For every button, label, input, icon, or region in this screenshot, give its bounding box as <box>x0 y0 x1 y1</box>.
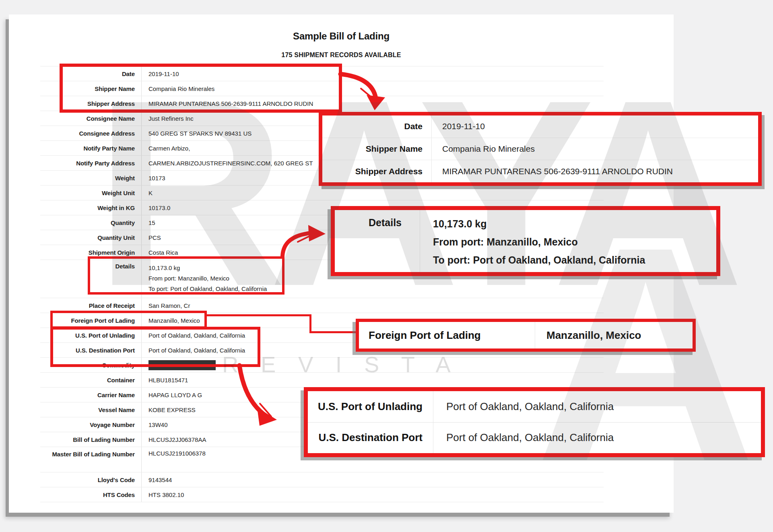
row-label: Quantity Unit <box>40 230 142 245</box>
callout-details-line: From port: Manzanillo, Mexico <box>433 233 716 251</box>
row-label: Bill of Lading Number <box>40 432 142 447</box>
callout-us-ports: U.S. Port of UnladingPort of Oakland, Oa… <box>304 387 765 457</box>
highlight-box-shipper <box>60 64 342 113</box>
row-label: Consignee Address <box>40 126 142 140</box>
screenshot-root: Sample Bill of Lading 175 SHIPMENT RECOR… <box>0 0 773 532</box>
row-label: Weight Unit <box>40 186 142 200</box>
row-value: San Ramon, Cr <box>142 302 604 309</box>
callout-row-label: U.S. Destination Port <box>308 423 433 454</box>
row-label: Quantity <box>40 215 142 230</box>
callout-row: U.S. Destination PortPort of Oakland, Oa… <box>308 422 761 454</box>
row-label: Container <box>40 373 142 387</box>
row-label: Carrier Name <box>40 388 142 402</box>
connector-line <box>309 331 357 333</box>
row-label: Weight <box>40 171 142 185</box>
page-title: Sample Bill of Lading <box>9 31 674 42</box>
callout-row: Shipper AddressMIRAMAR PUNTARENAS 506-26… <box>322 160 758 182</box>
callout-details-line: To port: Port of Oakland, Oakland, Calif… <box>433 251 716 269</box>
callout-row-label: U.S. Port of Unlading <box>308 391 433 422</box>
row-label: Notify Party Address <box>40 156 142 170</box>
callout-row-label: Date <box>322 115 432 138</box>
table-row: Weight UnitK <box>40 185 604 200</box>
connector-line <box>204 314 311 316</box>
page-subtitle: 175 SHIPMENT RECORDS AVAILABLE <box>9 52 674 59</box>
table-row: HTS CodesHTS 3802.10 <box>40 487 604 502</box>
highlight-box-foreign-port <box>50 311 207 329</box>
row-label: Consignee Name <box>40 111 142 126</box>
callout-row: Shipper NameCompania Rio Minerales <box>322 138 758 160</box>
row-label: HTS Codes <box>40 487 142 502</box>
row-label: Vessel Name <box>40 402 142 417</box>
callout-row: U.S. Port of UnladingPort of Oakland, Oa… <box>308 391 761 422</box>
table-row: Lloyd's Code9143544 <box>40 472 604 487</box>
row-value: 9143544 <box>142 476 604 483</box>
callout-details-label: Details <box>335 210 420 272</box>
callout-foreign-port-value: Manzanillo, Mexico <box>535 329 693 342</box>
callout-details-value: 10,173.0 kgFrom port: Manzanillo, Mexico… <box>420 210 716 272</box>
table-row: ContainerHLBU1815471 <box>40 372 604 387</box>
callout-foreign-port: Foreign Port of Lading Manzanillo, Mexic… <box>356 319 696 352</box>
row-label: Weight in KG <box>40 200 142 215</box>
callout-details: Details 10,173.0 kgFrom port: Manzanillo… <box>331 206 720 276</box>
row-label: Master Bill of Lading Number <box>40 447 142 472</box>
highlight-box-details <box>88 256 284 295</box>
callout-foreign-port-label: Foreign Port of Lading <box>359 322 535 348</box>
callout-row-label: Shipper Address <box>322 160 432 182</box>
row-value: K <box>142 190 604 196</box>
callout-row-value: Port of Oakland, Oakland, California <box>433 431 761 444</box>
callout-row-value: 2019-11-10 <box>432 122 758 131</box>
row-label: Voyage Number <box>40 417 142 432</box>
callout-row-value: Compania Rio Minerales <box>432 144 758 154</box>
row-label: Lloyd's Code <box>40 472 142 487</box>
callout-row-value: MIRAMAR PUNTARENAS 506-2639-9111 ARNOLDO… <box>432 167 758 176</box>
callout-row-label: Shipper Name <box>322 138 432 160</box>
callout-row: Date2019-11-10 <box>322 115 758 138</box>
callout-details-line: 10,173.0 kg <box>433 215 716 233</box>
row-label: Notify Party Name <box>40 141 142 155</box>
row-value: HLBU1815471 <box>142 377 604 384</box>
highlight-box-us-ports <box>50 327 260 367</box>
callout-row-value: Port of Oakland, Oakland, California <box>433 400 761 413</box>
row-value: HTS 3802.10 <box>142 491 604 498</box>
callout-shipper: Date2019-11-10Shipper NameCompania Rio M… <box>319 112 762 186</box>
connector-line <box>309 314 311 333</box>
